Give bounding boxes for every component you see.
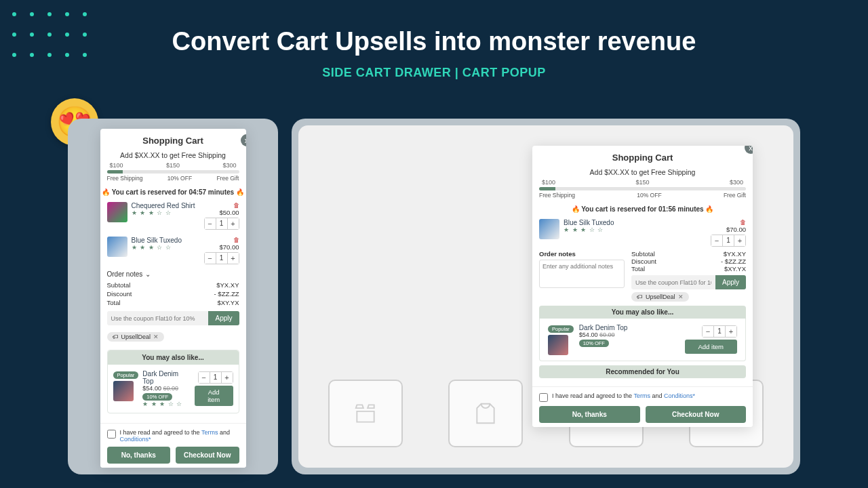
terms-checkbox-row[interactable]: I have read and agreed to the Terms and … (539, 391, 746, 406)
free-shipping-msg: Add $XX.XX to get Free Shipping (100, 150, 246, 162)
qty-minus-button[interactable]: − (205, 253, 216, 264)
delete-icon[interactable]: 🗑 (204, 237, 239, 243)
terms-checkbox-row[interactable]: I have read and agreed to the Terms and … (107, 428, 239, 447)
delete-icon[interactable]: 🗑 (711, 219, 746, 226)
tier-amount: $100 (542, 179, 555, 186)
decorative-dots (5, 5, 100, 66)
add-item-button[interactable]: Add item (195, 386, 233, 406)
discount-badge: 10% OFF (579, 340, 609, 347)
progress-bar (539, 187, 746, 190)
terms-checkbox[interactable] (107, 430, 116, 439)
product-thumb (539, 219, 559, 239)
terms-link[interactable]: Terms (201, 429, 218, 436)
product-name: Blue Silk Tuxedo (564, 219, 614, 226)
cart-popup: x Shopping Cart Add $XX.XX to get Free S… (532, 146, 753, 427)
discount-badge: 10% OFF (142, 393, 172, 401)
headline: Convert Cart Upsells into monster revenu… (0, 27, 868, 56)
quantity-stepper: − 1 + (204, 218, 239, 230)
upsell-price: $54.00 (142, 385, 161, 392)
subheadline: SIDE CART DRAWER | CART POPUP (0, 66, 868, 80)
checkout-button[interactable]: Checkout Now (646, 406, 747, 423)
upsell-name: Dark Denim Top (142, 370, 190, 385)
checkout-button[interactable]: Checkout Now (176, 447, 239, 464)
star-rating-icon: ★ ★ ★ ☆ ☆ (132, 209, 195, 216)
discount-label: Discount (107, 290, 132, 298)
upsell-heading: You may also like... (108, 350, 239, 365)
popular-badge: Popular (113, 371, 139, 379)
upsell-block: You may also like... Popular Dark Denim … (107, 350, 239, 413)
qty-plus-button[interactable]: + (228, 218, 239, 229)
quantity-stepper: − 1 + (204, 252, 239, 264)
cart-popup-frame: x Shopping Cart Add $XX.XX to get Free S… (292, 119, 800, 474)
cart-title: Shopping Cart (100, 129, 246, 150)
remove-tag-icon[interactable]: ✕ (153, 333, 159, 340)
no-thanks-button[interactable]: No, thanks (539, 406, 640, 423)
qty-value: 1 (722, 235, 734, 246)
order-notes-toggle[interactable]: Order notes ⌄ (100, 268, 246, 281)
qty-value: 1 (216, 218, 228, 229)
tier-label: Free Shipping (107, 175, 143, 182)
add-item-button[interactable]: Add item (685, 340, 738, 354)
apply-button[interactable]: Apply (208, 311, 239, 325)
no-thanks-button[interactable]: No, thanks (107, 447, 171, 464)
qty-value: 1 (713, 326, 726, 337)
product-thumb (107, 237, 127, 257)
terms-checkbox[interactable] (539, 393, 548, 402)
conditions-link[interactable]: Conditions* (664, 392, 695, 399)
upsell-price: $54.00 (579, 331, 598, 338)
product-price: $50.00 (204, 209, 239, 216)
upsell-block: Popular Dark Denim Top $54.00 60.00 10% … (539, 319, 746, 361)
star-rating-icon: ★ ★ ★ ☆ ☆ (564, 226, 614, 233)
quantity-stepper: − 1 + (198, 371, 233, 384)
free-shipping-msg: Add $XX.XX to get Free Shipping (532, 167, 753, 179)
quantity-stepper: − 1 + (711, 235, 746, 247)
progress-bar (107, 170, 239, 174)
tier-amount: $150 (635, 179, 649, 186)
product-price: $70.00 (204, 243, 239, 251)
coupon-tag: 🏷 UpsellDeal ✕ (631, 292, 689, 302)
reservation-timer: 🔥 You cart is reserved for 01:56 minutes… (532, 203, 753, 216)
product-price: $70.00 (711, 226, 746, 233)
popular-badge: Popular (548, 325, 574, 333)
delete-icon[interactable]: 🗑 (204, 202, 239, 209)
discount-value: - $ZZ.ZZ (214, 290, 239, 298)
coupon-input[interactable] (631, 275, 715, 289)
qty-minus-button[interactable]: − (703, 326, 713, 337)
qty-plus-button[interactable]: + (228, 253, 239, 264)
order-notes-input[interactable] (539, 260, 625, 288)
cart-item: Blue Silk Tuxedo ★ ★ ★ ☆ ☆ 🗑 $70.00 − 1 … (532, 216, 753, 250)
qty-minus-button[interactable]: − (199, 372, 210, 383)
qty-plus-button[interactable]: + (734, 235, 745, 246)
qty-plus-button[interactable]: + (222, 372, 233, 383)
tier-label: Free Shipping (539, 192, 575, 199)
qty-minus-button[interactable]: − (711, 235, 722, 246)
upsell-heading: You may also like... (539, 306, 746, 319)
side-cart-drawer: x Shopping Cart Add $XX.XX to get Free S… (100, 129, 246, 468)
tier-label: Free Gift (216, 175, 239, 182)
terms-link[interactable]: Terms (633, 392, 650, 399)
chevron-down-icon: ⌄ (145, 270, 151, 278)
star-rating-icon: ★ ★ ★ ☆ ☆ (132, 244, 182, 251)
quantity-stepper: − 1 + (702, 325, 737, 338)
product-thumb (548, 335, 568, 355)
star-rating-icon: ★ ★ ★ ☆ ☆ (142, 401, 190, 407)
qty-minus-button[interactable]: − (205, 218, 216, 229)
remove-tag-icon[interactable]: ✕ (678, 293, 684, 300)
tier-amount: $150 (166, 162, 180, 169)
placeholder-card (328, 380, 403, 447)
qty-plus-button[interactable]: + (726, 326, 736, 337)
tier-label: Free Gift (724, 192, 746, 199)
product-thumb (113, 381, 134, 401)
apply-button[interactable]: Apply (715, 275, 746, 289)
qty-value: 1 (216, 253, 228, 264)
reservation-timer: 🔥 You cart is reserved for 04:57 minutes… (100, 186, 246, 199)
recommended-heading: Recommended for You (539, 365, 746, 378)
tag-icon: 🏷 (113, 333, 119, 340)
product-name: Blue Silk Tuxedo (132, 237, 182, 244)
product-name: Chequered Red Shirt (132, 202, 195, 209)
coupon-input[interactable] (107, 311, 209, 325)
subtotal-label: Subtotal (107, 281, 131, 289)
total-value: $XY.YX (217, 299, 239, 306)
tier-amount: $300 (730, 179, 743, 186)
conditions-link[interactable]: Conditions* (120, 436, 151, 443)
